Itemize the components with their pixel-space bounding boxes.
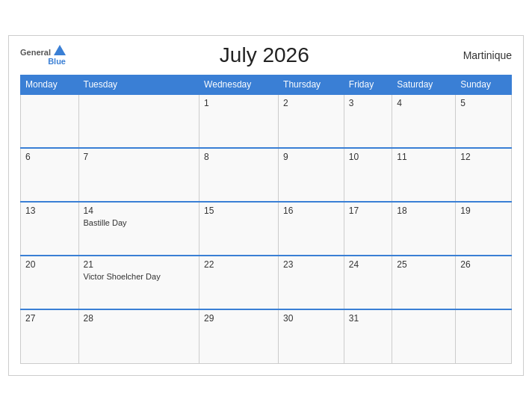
day-header-monday: Monday [21, 75, 79, 95]
day-number: 1 [204, 98, 273, 108]
day-cell [456, 309, 512, 363]
day-cell: 24 [344, 256, 392, 309]
day-cell [392, 309, 456, 363]
day-number: 5 [460, 98, 507, 108]
day-cell: 29 [200, 309, 279, 363]
day-cell: 10 [344, 148, 392, 202]
week-row-2: 6789101112 [21, 148, 512, 202]
day-number: 31 [349, 313, 387, 324]
day-cell [21, 94, 79, 148]
day-header-sunday: Sunday [456, 75, 512, 95]
day-cell: 17 [344, 202, 392, 256]
day-header-wednesday: Wednesday [200, 75, 279, 95]
day-cell: 31 [344, 309, 392, 363]
day-number: 3 [349, 98, 387, 108]
day-cell: 5 [456, 94, 512, 148]
day-number: 2 [283, 98, 339, 108]
day-cell: 25 [392, 256, 456, 309]
event-label: Bastille Day [84, 217, 195, 228]
calendar-header: General Blue July 2026 Martinique [20, 43, 512, 67]
calendar-thead: MondayTuesdayWednesdayThursdayFridaySatu… [21, 75, 512, 95]
day-header-friday: Friday [344, 75, 392, 95]
day-cell: 11 [392, 148, 456, 202]
day-number: 19 [460, 206, 507, 216]
day-number: 18 [397, 206, 451, 216]
day-number: 29 [204, 313, 273, 324]
week-row-1: 12345 [21, 94, 512, 148]
day-cell: 26 [456, 256, 512, 309]
day-cell: 9 [279, 148, 344, 202]
week-row-3: 1314Bastille Day1516171819 [21, 202, 512, 256]
day-cell: 30 [279, 309, 344, 363]
day-cell [78, 94, 200, 148]
day-cell: 27 [21, 309, 79, 363]
week-row-5: 2728293031 [21, 309, 512, 363]
day-number: 9 [283, 152, 339, 162]
day-number: 16 [283, 206, 339, 216]
day-number: 4 [397, 98, 451, 108]
day-number: 10 [349, 152, 387, 162]
logo-general-text: General [20, 48, 51, 57]
day-number: 27 [25, 313, 74, 324]
day-number: 23 [283, 259, 339, 270]
day-cell: 1 [200, 94, 279, 148]
day-cell: 28 [78, 309, 200, 363]
day-cell: 14Bastille Day [78, 202, 200, 256]
day-number: 14 [84, 206, 195, 216]
day-number: 28 [84, 313, 195, 324]
day-cell: 20 [21, 256, 79, 309]
day-cell: 4 [392, 94, 456, 148]
day-number: 11 [397, 152, 451, 162]
day-number: 25 [397, 259, 451, 270]
day-cell: 21Victor Shoelcher Day [78, 256, 200, 309]
day-cell: 6 [21, 148, 79, 202]
logo-blue-text: Blue [48, 57, 66, 66]
day-cell: 23 [279, 256, 344, 309]
day-header-tuesday: Tuesday [78, 75, 200, 95]
calendar-wrapper: General Blue July 2026 Martinique Monday… [8, 35, 524, 376]
day-number: 12 [460, 152, 507, 162]
day-header-row: MondayTuesdayWednesdayThursdayFridaySatu… [21, 75, 512, 95]
day-cell: 15 [200, 202, 279, 256]
day-number: 6 [25, 152, 74, 162]
calendar-body: 1234567891011121314Bastille Day151617181… [21, 94, 512, 363]
logo-triangle-icon [54, 45, 66, 55]
day-cell: 22 [200, 256, 279, 309]
day-number: 22 [204, 259, 273, 270]
day-cell: 19 [456, 202, 512, 256]
day-number: 24 [349, 259, 387, 270]
day-number: 30 [283, 313, 339, 324]
day-number: 13 [25, 206, 74, 216]
day-number: 17 [349, 206, 387, 216]
day-number: 8 [204, 152, 273, 162]
day-cell: 18 [392, 202, 456, 256]
calendar-table: MondayTuesdayWednesdayThursdayFridaySatu… [20, 75, 512, 364]
day-cell: 3 [344, 94, 392, 148]
logo: General Blue [20, 45, 66, 66]
day-header-saturday: Saturday [392, 75, 456, 95]
week-row-4: 2021Victor Shoelcher Day2223242526 [21, 256, 512, 309]
day-number: 20 [25, 259, 74, 270]
day-cell: 2 [279, 94, 344, 148]
day-header-thursday: Thursday [279, 75, 344, 95]
day-number: 26 [460, 259, 507, 270]
event-label: Victor Shoelcher Day [84, 271, 195, 282]
day-number: 7 [84, 152, 195, 162]
day-cell: 7 [78, 148, 200, 202]
day-cell: 8 [200, 148, 279, 202]
day-cell: 12 [456, 148, 512, 202]
day-cell: 16 [279, 202, 344, 256]
day-number: 15 [204, 206, 273, 216]
day-cell: 13 [21, 202, 79, 256]
day-number: 21 [84, 259, 195, 270]
calendar-region: Martinique [463, 49, 512, 61]
calendar-title: July 2026 [220, 43, 309, 67]
